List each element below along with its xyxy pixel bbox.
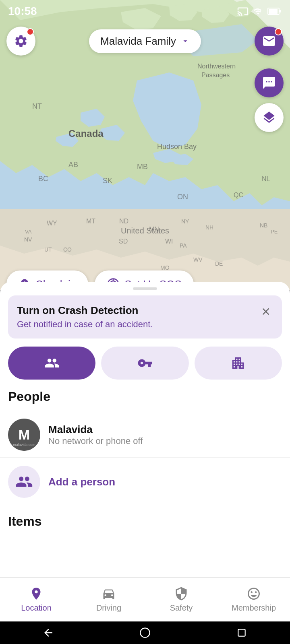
- cast-icon: [237, 6, 249, 16]
- svg-text:Canada: Canada: [68, 128, 104, 139]
- home-button[interactable]: [135, 623, 155, 643]
- svg-text:AB: AB: [68, 161, 78, 169]
- status-bar: 10:58: [0, 0, 290, 23]
- crash-banner-text: Turn on Crash Detection Get notified in …: [17, 304, 153, 330]
- mail-icon: [262, 34, 276, 48]
- svg-text:VA: VA: [25, 229, 32, 235]
- chat-button[interactable]: [255, 68, 284, 97]
- svg-text:UT: UT: [44, 246, 52, 253]
- add-person-label: Add a person: [48, 476, 115, 488]
- battery-icon: [267, 6, 282, 16]
- items-section-title: Items: [0, 514, 290, 529]
- svg-text:ND: ND: [119, 218, 128, 225]
- svg-text:QC: QC: [234, 192, 243, 198]
- people-section-title: People: [0, 389, 290, 404]
- status-time: 10:58: [8, 5, 37, 18]
- chevron-down-icon: [181, 37, 190, 45]
- svg-text:NH: NH: [205, 224, 213, 231]
- svg-text:NT: NT: [32, 102, 42, 110]
- close-icon: [260, 306, 271, 317]
- header-overlay: Malavida Family: [0, 23, 290, 60]
- tab-people[interactable]: [8, 347, 95, 380]
- crash-banner-subtitle: Get notified in case of an accident.: [17, 319, 153, 330]
- nav-membership[interactable]: Membership: [218, 586, 290, 613]
- recents-icon: [236, 627, 247, 638]
- person-status: No network or phone off: [48, 436, 143, 446]
- status-icons: [237, 6, 282, 16]
- svg-rect-45: [238, 629, 245, 636]
- tab-items[interactable]: [195, 347, 282, 380]
- chat-icon: [262, 76, 276, 90]
- svg-text:Passages: Passages: [201, 72, 230, 78]
- svg-text:PE: PE: [271, 229, 278, 235]
- membership-nav-icon: [246, 586, 261, 601]
- crash-detection-banner[interactable]: Turn on Crash Detection Get notified in …: [8, 295, 282, 339]
- svg-text:Northwestern: Northwestern: [197, 63, 236, 70]
- person-row[interactable]: M malavida.com Malavida No network or ph…: [0, 412, 290, 458]
- nav-membership-label: Membership: [232, 603, 276, 613]
- person-avatar: M malavida.com: [8, 419, 40, 451]
- mail-button[interactable]: [255, 27, 284, 56]
- gear-icon: [14, 34, 28, 48]
- svg-text:NB: NB: [260, 222, 267, 229]
- svg-text:malavida.com: malavida.com: [13, 443, 35, 447]
- family-selector[interactable]: Malavida Family: [89, 29, 201, 53]
- safety-nav-icon: [174, 586, 188, 601]
- nav-location[interactable]: Location: [0, 586, 72, 613]
- svg-text:CO: CO: [63, 246, 72, 253]
- back-button[interactable]: [38, 623, 58, 643]
- svg-text:WV: WV: [193, 256, 203, 263]
- svg-rect-34: [269, 9, 278, 14]
- svg-text:BC: BC: [38, 175, 48, 183]
- settings-notification-dot: [27, 28, 34, 35]
- crash-banner-close[interactable]: [259, 304, 273, 319]
- svg-text:United States: United States: [121, 226, 169, 235]
- svg-text:WI: WI: [165, 238, 173, 245]
- driving-nav-icon: [102, 586, 116, 601]
- back-icon: [42, 627, 54, 639]
- svg-text:MO: MO: [160, 264, 170, 271]
- svg-text:ON: ON: [177, 193, 188, 201]
- items-section: Items: [0, 506, 290, 529]
- svg-text:PA: PA: [180, 242, 187, 249]
- svg-text:M: M: [19, 427, 30, 442]
- svg-text:Hudson Bay: Hudson Bay: [157, 142, 197, 151]
- person-info: Malavida No network or phone off: [48, 423, 143, 446]
- layers-icon: [262, 110, 276, 125]
- nav-safety[interactable]: Safety: [145, 586, 218, 613]
- svg-text:MB: MB: [137, 163, 148, 171]
- svg-text:MT: MT: [86, 218, 95, 225]
- add-person-icon: [8, 466, 40, 498]
- svg-text:NL: NL: [262, 175, 270, 182]
- avatar-image: M malavida.com: [8, 419, 40, 451]
- svg-rect-33: [280, 10, 281, 12]
- svg-text:SK: SK: [103, 177, 112, 185]
- system-nav-bar: [0, 621, 290, 644]
- building-icon: [230, 355, 246, 371]
- svg-text:MN: MN: [149, 226, 159, 233]
- svg-text:NY: NY: [181, 218, 189, 225]
- wifi-icon: [252, 6, 264, 16]
- people-icon: [44, 355, 60, 371]
- mail-notification-dot: [275, 28, 282, 35]
- key-icon: [137, 355, 153, 371]
- nav-location-label: Location: [21, 603, 52, 613]
- add-person-svg-icon: [15, 473, 33, 491]
- recents-button[interactable]: [232, 623, 252, 643]
- svg-point-44: [140, 628, 149, 637]
- home-icon: [139, 627, 151, 638]
- svg-text:WY: WY: [47, 220, 57, 227]
- svg-text:DE: DE: [215, 260, 223, 267]
- person-name: Malavida: [48, 423, 143, 436]
- layers-button[interactable]: [255, 103, 284, 132]
- svg-text:NV: NV: [24, 236, 32, 243]
- tab-keys[interactable]: [101, 347, 188, 380]
- nav-driving-label: Driving: [96, 603, 121, 613]
- nav-driving[interactable]: Driving: [72, 586, 145, 613]
- add-person-row[interactable]: Add a person: [0, 458, 290, 506]
- family-name: Malavida Family: [100, 35, 176, 47]
- bottom-nav: Location Driving Safety Membership: [0, 577, 290, 621]
- settings-button[interactable]: [6, 27, 35, 56]
- crash-banner-title: Turn on Crash Detection: [17, 304, 153, 317]
- tab-buttons: [0, 347, 290, 380]
